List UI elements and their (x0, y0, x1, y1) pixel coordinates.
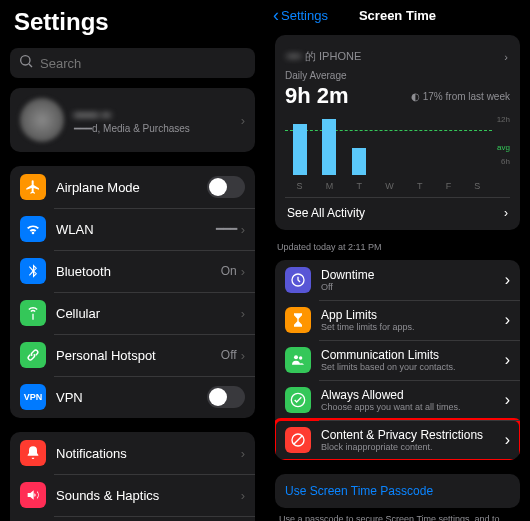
option-title: App Limits (321, 308, 505, 322)
settings-pane: Settings ━━━ ━ ━━━d, Media & Purchases ›… (0, 0, 265, 521)
profile-sub: ━━━d, Media & Purchases (74, 123, 237, 134)
device-row[interactable]: ━━ 的 IPHONE › (285, 45, 510, 70)
svg-line-1 (29, 64, 32, 67)
header: Settings (0, 0, 265, 42)
search-icon (18, 53, 34, 73)
chevron-right-icon: › (241, 113, 245, 128)
row-cellular[interactable]: Cellular› (10, 292, 255, 334)
profile-name: ━━━ ━ (74, 107, 237, 123)
row-label: Sounds & Haptics (56, 488, 237, 503)
page-title: Settings (14, 8, 251, 36)
chevron-right-icon: › (241, 348, 245, 363)
delta-label: ◐ 17% from last week (411, 91, 510, 102)
daily-average-label: Daily Average (285, 70, 510, 81)
svg-line-7 (294, 436, 302, 444)
chevron-right-icon: › (505, 311, 510, 329)
bluetooth-icon (20, 258, 46, 284)
row-label: Notifications (56, 446, 237, 461)
option-downtime[interactable]: DowntimeOff› (275, 260, 520, 300)
chevron-right-icon: › (505, 391, 510, 409)
svg-point-3 (294, 355, 298, 359)
svg-point-0 (21, 56, 30, 65)
chevron-right-icon: › (504, 51, 508, 63)
speaker-icon (20, 482, 46, 508)
row-status: On (221, 264, 237, 278)
option-title: Content & Privacy Restrictions (321, 428, 505, 442)
day-label: M (326, 181, 334, 191)
toggle[interactable] (207, 176, 245, 198)
check-icon (285, 387, 311, 413)
row-wlan[interactable]: WLAN━━━› (10, 208, 255, 250)
option-title: Downtime (321, 268, 505, 282)
search-field[interactable] (10, 48, 255, 78)
search-input[interactable] (40, 56, 247, 71)
downtime-icon (285, 267, 311, 293)
chevron-right-icon: › (505, 271, 510, 289)
back-button[interactable]: ‹ Settings (273, 5, 328, 26)
toggle[interactable] (207, 386, 245, 408)
connectivity-group: Airplane ModeWLAN━━━›BluetoothOn›Cellula… (10, 166, 255, 418)
wifi-icon (20, 216, 46, 242)
row-focus[interactable]: Focus› (10, 516, 255, 521)
chart-days: SMTWTFS (285, 181, 492, 191)
vpn-icon: VPN (20, 384, 46, 410)
row-sounds-haptics[interactable]: Sounds & Haptics› (10, 474, 255, 516)
see-all-activity[interactable]: See All Activity › (285, 197, 510, 222)
chevron-right-icon: › (241, 446, 245, 461)
bar-T (352, 148, 366, 175)
option-sub: Set limits based on your contacts. (321, 362, 505, 372)
comm-icon (285, 347, 311, 373)
bell-icon (20, 440, 46, 466)
use-passcode-label: Use Screen Time Passcode (285, 484, 433, 498)
row-vpn[interactable]: VPNVPN (10, 376, 255, 418)
row-label: Personal Hotspot (56, 348, 221, 363)
bar-S (293, 124, 307, 175)
link-icon (20, 342, 46, 368)
delta-text: 17% from last week (423, 91, 510, 102)
chevron-right-icon: › (241, 306, 245, 321)
device-prefix: ━━ (287, 50, 301, 63)
day-label: T (357, 181, 363, 191)
row-notifications[interactable]: Notifications› (10, 432, 255, 474)
row-label: Cellular (56, 306, 237, 321)
back-label: Settings (281, 8, 328, 23)
block-icon (285, 427, 311, 453)
option-app-limits[interactable]: App LimitsSet time limits for apps.› (275, 300, 520, 340)
row-bluetooth[interactable]: BluetoothOn› (10, 250, 255, 292)
preferences-group: Notifications›Sounds & Haptics›Focus›Scr… (10, 432, 255, 521)
option-sub: Off (321, 282, 505, 292)
day-label: S (297, 181, 303, 191)
option-always-allowed[interactable]: Always AllowedChoose apps you want at al… (275, 380, 520, 420)
row-label: WLAN (56, 222, 216, 237)
usage-card: ━━ 的 IPHONE › Daily Average 9h 2m ◐ 17% … (275, 35, 520, 230)
row-personal-hotspot[interactable]: Personal HotspotOff› (10, 334, 255, 376)
chart-bars (285, 117, 492, 175)
avg-tag: avg (497, 143, 510, 152)
row-airplane-mode[interactable]: Airplane Mode (10, 166, 255, 208)
option-title: Communication Limits (321, 348, 505, 362)
see-all-label: See All Activity (287, 206, 504, 220)
row-label: Bluetooth (56, 264, 221, 279)
arrow-up-icon: ◐ (411, 91, 420, 102)
nav-title: Screen Time (359, 8, 436, 23)
chevron-right-icon: › (241, 488, 245, 503)
updated-label: Updated today at 2:11 PM (277, 242, 518, 252)
option-sub: Block inappropriate content. (321, 442, 505, 452)
option-sub: Set time limits for apps. (321, 322, 505, 332)
passcode-footer: Use a passcode to secure Screen Time set… (279, 514, 516, 521)
option-content-privacy-restrictions[interactable]: Content & Privacy RestrictionsBlock inap… (275, 420, 520, 460)
svg-point-4 (299, 356, 302, 359)
row-label: VPN (56, 390, 207, 405)
antenna-icon (20, 300, 46, 326)
option-sub: Choose apps you want at all times. (321, 402, 505, 412)
day-label: S (474, 181, 480, 191)
profile-group[interactable]: ━━━ ━ ━━━d, Media & Purchases › (10, 88, 255, 152)
use-passcode-button[interactable]: Use Screen Time Passcode (275, 474, 520, 508)
option-communication-limits[interactable]: Communication LimitsSet limits based on … (275, 340, 520, 380)
option-title: Always Allowed (321, 388, 505, 402)
chevron-right-icon: › (505, 431, 510, 449)
ytick-6h: 6h (501, 157, 510, 166)
usage-chart: 12h avg 6h SMTWTFS (285, 117, 510, 191)
apple-id-row[interactable]: ━━━ ━ ━━━d, Media & Purchases › (10, 88, 255, 152)
ytick-12h: 12h (497, 115, 510, 124)
